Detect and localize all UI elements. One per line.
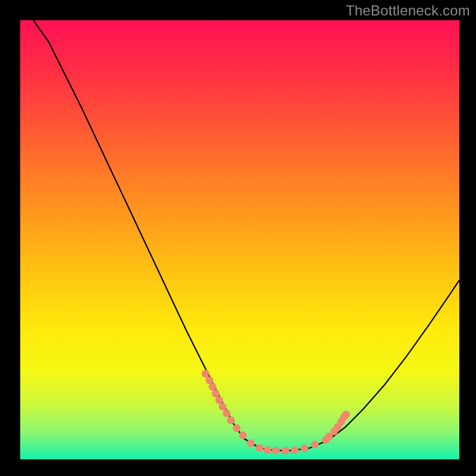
chart-svg — [20, 20, 459, 459]
cluster-dot — [209, 383, 217, 391]
cluster-dot — [264, 446, 271, 454]
bottleneck-curve — [33, 20, 459, 450]
cluster-dot — [233, 424, 240, 432]
cluster-dot — [311, 440, 319, 448]
cluster-dot — [300, 444, 308, 452]
cluster-dot — [215, 396, 223, 404]
cluster-dot — [202, 370, 209, 378]
cluster-dot — [239, 431, 247, 439]
cluster-dot — [247, 439, 255, 447]
cluster-dot — [256, 444, 264, 452]
plot-area — [20, 20, 459, 459]
cluster-dot — [342, 411, 350, 418]
cluster-dot — [227, 416, 235, 424]
cluster-dot — [223, 409, 230, 417]
cluster-dot — [212, 390, 220, 397]
cluster-dot — [219, 403, 227, 411]
cluster-dot — [291, 446, 299, 454]
chart-stage: TheBottleneck.com — [0, 0, 476, 476]
cluster-dot — [272, 447, 280, 455]
watermark-text: TheBottleneck.com — [346, 2, 470, 19]
cluster-dot — [281, 447, 289, 455]
